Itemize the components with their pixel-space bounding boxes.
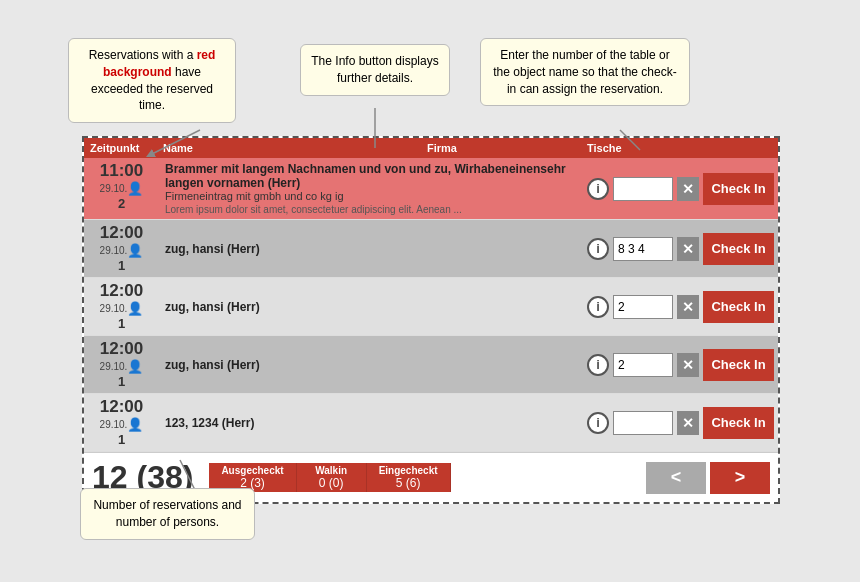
person-icon: 👤	[127, 301, 143, 316]
main-container: Reservations with a red background have …	[0, 0, 860, 582]
row5-left: 12:00 29.10. 👤 1	[84, 394, 159, 451]
row3-name: zug, hansi (Herr)	[165, 300, 577, 314]
row2-content: zug, hansi (Herr)	[159, 220, 583, 277]
tooltip-count: Number of reservations and number of per…	[80, 488, 255, 540]
footer-nav: < >	[646, 462, 770, 494]
tisch-input[interactable]	[613, 353, 673, 377]
row1-time: 11:00	[100, 162, 143, 179]
stat-walkin-label: Walkin	[315, 465, 347, 476]
row3-time: 12:00	[100, 282, 143, 299]
header-zeit: Zeitpunkt	[84, 142, 159, 154]
table-row: 12:00 29.10. 👤 1 zug, hansi (Herr) i ✕ C…	[84, 278, 778, 336]
prev-button[interactable]: <	[646, 462, 706, 494]
person-icon: 👤	[127, 181, 143, 196]
person-icon: 👤	[127, 243, 143, 258]
row5-persons: 1	[118, 432, 125, 447]
tisch-input[interactable]	[613, 237, 673, 261]
row4-actions: i ✕ Check In	[583, 336, 778, 393]
next-button[interactable]: >	[710, 462, 770, 494]
stat-walkin-value: 0 (0)	[319, 476, 344, 490]
row5-date: 29.10. 👤	[100, 417, 144, 432]
header-name: Name	[159, 142, 423, 154]
row3-persons: 1	[118, 316, 125, 331]
row3-actions: i ✕ Check In	[583, 278, 778, 335]
stat-eingecheckt-label: Eingecheckt	[379, 465, 438, 476]
row1-company: Firmeneintrag mit gmbh und co kg ig	[165, 190, 577, 202]
row4-content: zug, hansi (Herr)	[159, 336, 583, 393]
row4-persons: 1	[118, 374, 125, 389]
reservation-table: Zeitpunkt Name Firma Tische 11:00 29.10.…	[82, 136, 780, 504]
row1-name: Brammer mit langem Nachnamen und von und…	[165, 162, 577, 190]
info-button[interactable]: i	[587, 178, 609, 200]
table-row: 12:00 29.10. 👤 1 zug, hansi (Herr) i ✕ C…	[84, 336, 778, 394]
row5-time: 12:00	[100, 398, 143, 415]
tooltip-info-btn: The Info button displays further details…	[300, 44, 450, 96]
row4-date: 29.10. 👤	[100, 359, 144, 374]
stat-ausgecheckt-label: Ausgecheckt	[221, 465, 283, 476]
row1-date: 29.10. 👤	[100, 181, 144, 196]
table-row: 12:00 29.10. 👤 1 zug, hansi (Herr) i ✕ C…	[84, 220, 778, 278]
row5-content: 123, 1234 (Herr)	[159, 394, 583, 451]
info-button[interactable]: i	[587, 412, 609, 434]
clear-button[interactable]: ✕	[677, 295, 699, 319]
tisch-input[interactable]	[613, 411, 673, 435]
checkin-button[interactable]: Check In	[703, 407, 774, 439]
row3-date: 29.10. 👤	[100, 301, 144, 316]
clear-button[interactable]: ✕	[677, 177, 699, 201]
tisch-input[interactable]	[613, 177, 673, 201]
row2-date: 29.10. 👤	[100, 243, 144, 258]
info-button[interactable]: i	[587, 238, 609, 260]
stat-eingecheckt: Eingecheckt 5 (6)	[367, 463, 451, 492]
row3-left: 12:00 29.10. 👤 1	[84, 278, 159, 335]
row1-actions: i ✕ Check In	[583, 158, 778, 219]
clear-button[interactable]: ✕	[677, 237, 699, 261]
row3-content: zug, hansi (Herr)	[159, 278, 583, 335]
table-row: 12:00 29.10. 👤 1 123, 1234 (Herr) i ✕ Ch…	[84, 394, 778, 452]
row2-actions: i ✕ Check In	[583, 220, 778, 277]
row1-persons: 2	[118, 196, 125, 211]
stat-walkin: Walkin 0 (0)	[297, 463, 367, 492]
checkin-button[interactable]: Check In	[703, 349, 774, 381]
row1-note: Lorem ipsum dolor sit amet, consectetuer…	[165, 204, 577, 215]
tooltip-table-input: Enter the number of the table or the obj…	[480, 38, 690, 106]
checkin-button[interactable]: Check In	[703, 233, 774, 265]
header-firma: Firma	[423, 142, 583, 154]
row5-name: 123, 1234 (Herr)	[165, 416, 577, 430]
stat-eingecheckt-value: 5 (6)	[396, 476, 421, 490]
clear-button[interactable]: ✕	[677, 353, 699, 377]
info-button[interactable]: i	[587, 354, 609, 376]
tisch-input[interactable]	[613, 295, 673, 319]
tooltip-red-bg: Reservations with a red background have …	[68, 38, 236, 123]
table-row: 11:00 29.10. 👤 2 Brammer mit langem Nach…	[84, 158, 778, 220]
row2-persons: 1	[118, 258, 125, 273]
person-icon: 👤	[127, 417, 143, 432]
table-header: Zeitpunkt Name Firma Tische	[84, 138, 778, 158]
row5-actions: i ✕ Check In	[583, 394, 778, 451]
row2-time: 12:00	[100, 224, 143, 241]
row1-content: Brammer mit langem Nachnamen und von und…	[159, 158, 583, 219]
row2-name: zug, hansi (Herr)	[165, 242, 577, 256]
footer-stats: Ausgecheckt 2 (3) Walkin 0 (0) Eingechec…	[209, 463, 634, 492]
person-icon: 👤	[127, 359, 143, 374]
row1-left: 11:00 29.10. 👤 2	[84, 158, 159, 219]
header-tisch: Tische	[583, 142, 778, 154]
clear-button[interactable]: ✕	[677, 411, 699, 435]
row4-name: zug, hansi (Herr)	[165, 358, 577, 372]
checkin-button[interactable]: Check In	[703, 173, 774, 205]
checkin-button[interactable]: Check In	[703, 291, 774, 323]
info-button[interactable]: i	[587, 296, 609, 318]
row2-left: 12:00 29.10. 👤 1	[84, 220, 159, 277]
row4-left: 12:00 29.10. 👤 1	[84, 336, 159, 393]
row4-time: 12:00	[100, 340, 143, 357]
